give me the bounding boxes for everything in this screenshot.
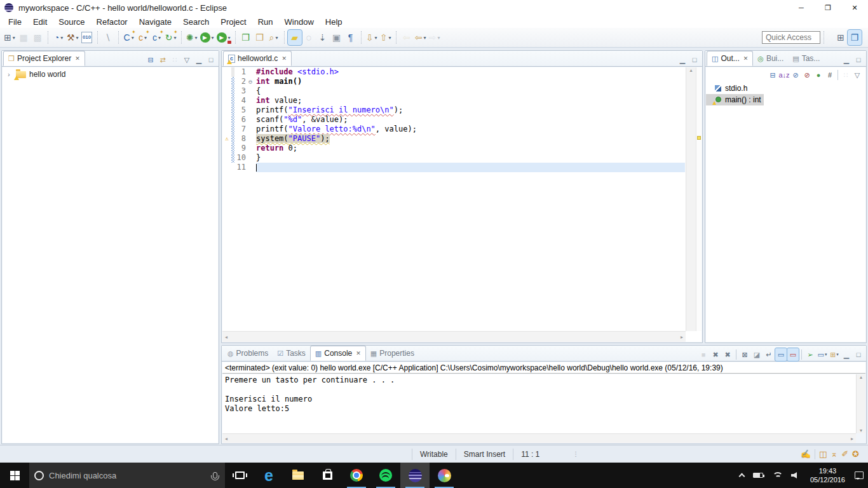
menu-search[interactable]: Search (177, 17, 215, 27)
samples-pencil-button[interactable]: ✐ (841, 449, 848, 459)
code-line-11[interactable]: 11 (222, 163, 685, 172)
line-number[interactable]: 5 (234, 105, 248, 115)
dropdown-arrow-icon[interactable]: ▾ (173, 35, 176, 41)
battery-button[interactable] (749, 463, 768, 488)
menu-project[interactable]: Project (215, 17, 252, 27)
scroll-down-icon[interactable]: ▾ (860, 428, 862, 433)
menu-help[interactable]: Help (320, 17, 348, 27)
microphone-icon[interactable] (213, 472, 217, 478)
c-cpp-perspective-button[interactable]: ❐ (848, 30, 862, 45)
chrome-taskbar-button[interactable] (342, 463, 371, 488)
dropdown-arrow-icon[interactable]: ▾ (212, 35, 214, 41)
view-dropdown-button[interactable]: ▽ (851, 69, 863, 81)
dropdown-arrow-icon[interactable]: ▾ (228, 35, 231, 41)
eclipse-taskbar-button[interactable] (400, 463, 430, 488)
maximize-button[interactable]: ❐ (815, 0, 841, 15)
back-button[interactable]: ⇦▾ (414, 30, 428, 45)
menu-run[interactable]: Run (252, 17, 279, 27)
close-button[interactable]: ✕ (841, 0, 868, 15)
wifi-button[interactable] (768, 463, 787, 488)
paint-palette-taskbar-button[interactable] (430, 463, 459, 488)
collapse-all-button[interactable]: ⊟ (145, 53, 156, 66)
line-number[interactable]: 2 (234, 77, 248, 86)
display-console-button[interactable]: ▭▾ (817, 348, 828, 361)
tab-project-explorer[interactable]: ❒ Project Explorer ✕ (3, 51, 85, 66)
minimize-button[interactable]: ─ (788, 0, 815, 15)
hand-pen-button[interactable]: ✍ (801, 449, 811, 459)
volume-button[interactable] (787, 463, 805, 488)
binary-file-button[interactable]: 010 (80, 30, 94, 45)
action-center-button[interactable] (850, 463, 868, 488)
annotation-ruler[interactable] (222, 86, 231, 96)
annotation-ruler[interactable] (222, 67, 231, 77)
dropdown-arrow-icon[interactable]: ▾ (836, 352, 839, 357)
close-icon[interactable]: ✕ (281, 55, 287, 62)
spotify-taskbar-button[interactable] (371, 463, 400, 488)
dropdown-arrow-icon[interactable]: ▾ (144, 35, 147, 41)
dropdown-arrow-icon[interactable]: ▾ (374, 35, 377, 41)
editor-vertical-scrollbar[interactable]: ▴ (686, 67, 696, 331)
dropdown-arrow-icon[interactable]: ▾ (158, 35, 161, 41)
build-hammer-button[interactable]: ⚒▾ (65, 30, 80, 45)
quick-access-input[interactable] (762, 31, 820, 44)
toggle-highlight-button[interactable]: ▰ (288, 30, 302, 45)
annotation-ruler[interactable] (222, 77, 231, 86)
overview-ruler[interactable] (696, 67, 702, 331)
code-line-4[interactable]: 4int value; (222, 96, 685, 105)
dropdown-arrow-icon[interactable]: ▾ (13, 35, 15, 41)
word-wrap-button[interactable]: ↵ (763, 348, 775, 361)
search-torch-button[interactable]: ⌕▾ (267, 30, 281, 45)
last-edit-location-button[interactable]: ⇩▾ (365, 30, 379, 45)
menu-window[interactable]: Window (279, 17, 320, 27)
code-line-5[interactable]: 5printf("Inserisci il numero\n"); (222, 105, 685, 115)
menu-refactor[interactable]: Refactor (91, 17, 133, 27)
show-stderr-button[interactable]: ▭ (787, 348, 799, 361)
scroll-left-icon[interactable]: ◂ (225, 334, 227, 340)
tree-item-hello-world[interactable]: ›hello world (3, 67, 218, 79)
console-horizontal-scrollbar[interactable]: ◂ ▸ (222, 433, 856, 443)
new-source-folder-button[interactable]: ✦c▾ (136, 30, 150, 45)
code-line-1[interactable]: 1#include <stdio.h> (222, 67, 685, 77)
menu-source[interactable]: Source (53, 17, 90, 27)
annotation-ruler[interactable] (222, 144, 231, 153)
close-icon[interactable]: ✕ (75, 55, 80, 62)
code-line-10[interactable]: 10} (222, 153, 685, 163)
code-line-9[interactable]: 9return 0; (222, 144, 685, 153)
cortana-search-box[interactable] (29, 463, 225, 488)
stopwatch-button[interactable]: ◔▾ (51, 30, 65, 45)
new-connection-button[interactable]: ✦↻▾ (164, 30, 178, 45)
line-number[interactable]: 4 (234, 96, 248, 105)
fold-collapse-icon[interactable]: ⊖ (248, 77, 256, 86)
tab-task-list[interactable]: ▤Tas... (788, 51, 824, 66)
annotation-ruler[interactable] (222, 125, 231, 134)
editor-horizontal-scrollbar[interactable]: ◂ ▸ (222, 331, 686, 342)
minimize-view-button[interactable]: ▁ (677, 53, 688, 66)
annotation-ruler[interactable] (222, 105, 231, 115)
new-wizard-button[interactable]: ⊞▾ (3, 30, 17, 45)
dropdown-arrow-icon[interactable]: ▾ (276, 35, 278, 41)
maximize-view-button[interactable]: □ (853, 53, 864, 66)
scroll-up-icon[interactable]: ▴ (860, 374, 862, 380)
annotation-ruler[interactable] (222, 163, 231, 172)
dropdown-arrow-icon[interactable]: ▾ (423, 35, 426, 41)
store-taskbar-button[interactable] (313, 463, 342, 488)
scroll-lock-button[interactable]: ◪ (751, 348, 763, 361)
pin-console-button[interactable]: ➢ (804, 348, 816, 361)
profile-button[interactable]: ▶▾ (215, 30, 232, 45)
tab-helloworld-c[interactable]: c helloworld.c ✕ (223, 51, 292, 66)
annotation-ruler[interactable] (222, 153, 231, 163)
show-stdout-button[interactable]: ▭ (775, 348, 787, 361)
line-number[interactable]: 7 (234, 125, 248, 134)
code-line-7[interactable]: 7printf("Valore letto:%d\n", value); (222, 125, 685, 134)
new-source-file-button[interactable]: ✦c▾ (150, 30, 164, 45)
open-console-button[interactable]: ⊞▾ (829, 348, 840, 361)
line-number[interactable]: 1 (234, 67, 248, 77)
code-editor[interactable]: 1#include <stdio.h>2⊖int main()3{4int va… (222, 67, 685, 331)
dropdown-arrow-icon[interactable]: ▾ (60, 35, 63, 41)
tab-problems[interactable]: ◍Problems (223, 346, 273, 361)
remove-launch-button[interactable]: ✖ (710, 348, 721, 361)
run-button[interactable]: ▶▾ (199, 30, 215, 45)
expander-icon[interactable]: › (8, 71, 13, 78)
new-class-button[interactable]: ✦C▾ (122, 30, 136, 45)
show-selected-element-button[interactable]: ▣ (330, 30, 344, 45)
